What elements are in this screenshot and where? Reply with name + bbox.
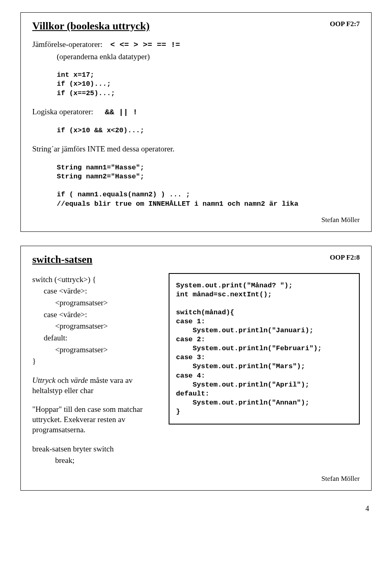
syntax-line: <programsatser>	[32, 345, 159, 355]
logical-line: Logiska operatorer: && || !	[32, 107, 360, 118]
author-name: Stefan Möller	[32, 216, 360, 224]
author-name: Stefan Möller	[32, 475, 360, 483]
right-column: System.out.print("Månad? "); int månad=s…	[169, 273, 360, 425]
code-block-1: int x=17; if (x>10)...; if (x==25)...;	[32, 71, 360, 98]
syntax-line: }	[32, 356, 159, 367]
heading-switch: switch-satsen	[32, 253, 360, 266]
heading-villkor: Villkor (booleska uttryck)	[32, 20, 360, 32]
emph-varde: värde	[71, 376, 88, 385]
compare-line: Jämförelse-operatorer: < <= > >= == !=	[32, 40, 360, 50]
two-column-layout: switch (<uttryck>) { case <värde>: <prog…	[32, 273, 360, 467]
slide-switch: OOP F2:8 switch-satsen switch (<uttryck>…	[20, 246, 372, 491]
paragraph-uttryck: Uttryck och värde måste vara av heltalst…	[32, 376, 159, 396]
paragraph-break: break-satsen bryter switch	[32, 444, 159, 454]
logical-ops: && || !	[105, 108, 138, 117]
syntax-line: <programsatser>	[32, 298, 159, 308]
slide-villkor: OOP F2:7 Villkor (booleska uttryck) Jämf…	[20, 12, 372, 232]
syntax-line: case <värde>:	[32, 310, 159, 320]
operands-note: (operanderna enkla datatyper)	[32, 52, 360, 62]
syntax-line: switch (<uttryck>) {	[32, 275, 159, 285]
slide-tag: OOP F2:7	[330, 20, 360, 28]
emph-uttryck: Uttryck	[32, 376, 56, 385]
paragraph-hoppar: "Hoppar" till den case som matchar uttry…	[32, 405, 159, 435]
compare-label: Jämförelse-operatorer:	[32, 40, 102, 49]
code-block-3: String namn1="Hasse"; String namn2="Hass…	[32, 163, 360, 208]
page-number: 4	[20, 505, 372, 513]
example-code-box: System.out.print("Månad? "); int månad=s…	[169, 273, 360, 425]
example-code: System.out.print("Månad? "); int månad=s…	[176, 281, 352, 416]
syntax-line: default:	[32, 333, 159, 343]
syntax-line: <programsatser>	[32, 321, 159, 331]
code-block-2: if (x>10 && x<20)...;	[32, 126, 360, 135]
string-note: String´ar jämförs INTE med dessa operato…	[32, 144, 360, 154]
syntax-line: case <värde>:	[32, 286, 159, 296]
slide-tag: OOP F2:8	[330, 253, 360, 262]
compare-ops: < <= > >= == !=	[110, 40, 180, 49]
left-column: switch (<uttryck>) { case <värde>: <prog…	[32, 273, 159, 467]
logical-label: Logiska operatorer:	[32, 107, 93, 116]
break-keyword: break;	[32, 456, 159, 466]
